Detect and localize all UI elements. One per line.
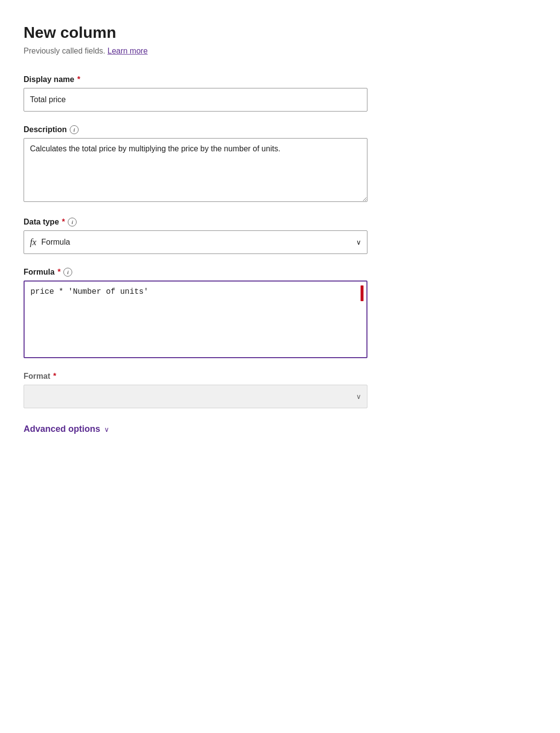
formula-wrapper: price * 'Number of units': [24, 281, 367, 358]
subtitle-text: Previously called fields.: [24, 47, 105, 55]
description-input[interactable]: Calculates the total price by multiplyin…: [24, 138, 367, 202]
formula-input[interactable]: price * 'Number of units': [25, 282, 366, 355]
formula-required: *: [57, 268, 60, 277]
advanced-options-chevron-icon: ∨: [104, 425, 109, 433]
format-group: Format * ∨: [24, 372, 536, 408]
page-subtitle: Previously called fields. Learn more: [24, 47, 536, 56]
data-type-group: Data type * i fx Formula ∨: [24, 218, 536, 254]
learn-more-link[interactable]: Learn more: [108, 47, 148, 55]
format-label: Format *: [24, 372, 536, 381]
formula-group: Formula * i price * 'Number of units': [24, 268, 536, 358]
display-name-label: Display name *: [24, 75, 536, 84]
display-name-required: *: [77, 75, 80, 84]
format-select[interactable]: ∨: [24, 385, 367, 408]
formula-info-icon: i: [63, 268, 72, 277]
display-name-group: Display name *: [24, 75, 536, 112]
formula-label: Formula * i: [24, 268, 536, 277]
display-name-input[interactable]: [24, 88, 367, 112]
description-info-icon: i: [70, 125, 79, 134]
advanced-options-label: Advanced options: [24, 424, 100, 434]
formula-error-indicator: [361, 285, 364, 301]
description-label: Description i: [24, 125, 536, 134]
format-chevron-icon: ∨: [356, 393, 361, 400]
data-type-info-icon: i: [68, 218, 77, 226]
data-type-value: Formula: [41, 238, 356, 247]
page-title: New column: [24, 24, 536, 42]
advanced-options-toggle[interactable]: Advanced options ∨: [24, 424, 536, 434]
fx-icon: fx: [30, 237, 36, 248]
format-required: *: [53, 372, 56, 381]
data-type-label: Data type * i: [24, 218, 536, 226]
description-group: Description i Calculates the total price…: [24, 125, 536, 204]
data-type-chevron-icon: ∨: [356, 238, 361, 246]
data-type-select[interactable]: fx Formula ∨: [24, 230, 367, 254]
data-type-required: *: [62, 218, 65, 226]
